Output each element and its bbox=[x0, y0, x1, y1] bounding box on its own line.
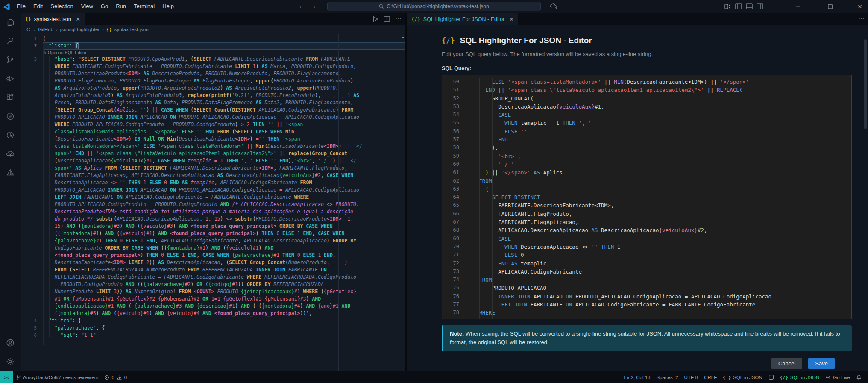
line-number bbox=[21, 136, 43, 143]
menu-edit[interactable]: Edit bbox=[29, 0, 47, 13]
more-actions-icon[interactable]: ⋯ bbox=[858, 17, 865, 21]
sql-code-line: 62 FROM bbox=[442, 177, 851, 185]
code-line: REFERENCIACRUZADA.CodigoFabricante = FAB… bbox=[21, 274, 405, 281]
extension-pyramid-icon[interactable] bbox=[0, 163, 21, 182]
menu-terminal[interactable]: Terminal bbox=[130, 0, 158, 13]
breadcrumb-file[interactable]: syntax-test.json bbox=[114, 27, 149, 32]
command-center-search[interactable]: C:\GitHub\jsonsql-highlighter\syntax-tes… bbox=[327, 2, 541, 11]
errors-icon bbox=[104, 375, 109, 380]
code-line: PRODUTO_APLICACAO.CodigoProduto = PRODUT… bbox=[21, 201, 405, 208]
run-file-icon[interactable] bbox=[372, 16, 378, 22]
breadcrumb-folder[interactable]: jsonsql-highlighter bbox=[60, 27, 100, 32]
line-number: 77 bbox=[442, 301, 466, 309]
line-number: 55 bbox=[442, 119, 466, 127]
vscode-logo-icon bbox=[0, 3, 13, 10]
sql-code-line: 75 PRODUTO_APLICACAO bbox=[442, 284, 851, 292]
breadcrumb[interactable]: C:› GitHub› jsonsql-highlighter› {} synt… bbox=[21, 25, 405, 34]
code-editor[interactable]: 1{2 "lista": {✎ Open in SQL Editor3 "bas… bbox=[21, 34, 405, 371]
line-number bbox=[21, 259, 43, 266]
notifications-bell-icon[interactable] bbox=[853, 371, 865, 383]
menu-go[interactable]: Go bbox=[97, 0, 112, 13]
menu-run[interactable]: Run bbox=[112, 0, 130, 13]
toggle-panel-icon[interactable] bbox=[746, 3, 753, 10]
line-number: 59 bbox=[442, 152, 466, 160]
extension-status-item[interactable]: {/} SQL in JSON bbox=[777, 371, 823, 383]
title-bar: File Edit Selection View Go Run Terminal… bbox=[0, 0, 868, 13]
menu-selection[interactable]: Selection bbox=[47, 0, 77, 13]
explorer-icon[interactable] bbox=[0, 13, 21, 32]
sql-code-line: 67 FABRICANTE.FlagAplicacao, bbox=[442, 218, 851, 226]
language-mode-item[interactable]: { } SQL in JSON bbox=[720, 371, 765, 383]
problems-item[interactable]: 0 0 bbox=[101, 371, 130, 383]
overview-ruler[interactable] bbox=[401, 34, 405, 371]
encoding-item[interactable]: UTF-8 bbox=[681, 371, 701, 383]
customize-layout-icon[interactable] bbox=[724, 3, 731, 10]
line-number bbox=[21, 288, 43, 295]
tab-sql-highlighter-editor[interactable]: {/} SQL Highlighter For JSON - Editor ✕ bbox=[407, 13, 519, 25]
maximize-button[interactable] bbox=[820, 0, 840, 13]
search-icon[interactable] bbox=[0, 32, 21, 50]
extension-timeline-icon[interactable] bbox=[0, 107, 21, 126]
feedback-item[interactable] bbox=[765, 371, 777, 383]
save-button[interactable]: Save bbox=[808, 358, 835, 369]
cloud-sync-icon[interactable] bbox=[550, 3, 557, 12]
webview-scrollbar[interactable] bbox=[864, 39, 867, 129]
menu-help[interactable]: Help bbox=[158, 0, 178, 13]
code-line: {codtipoaplicacao}#1 AND ( {palavrachave… bbox=[21, 303, 405, 310]
line-number bbox=[21, 143, 43, 150]
history-forward-icon[interactable]: → bbox=[307, 0, 320, 13]
line-number: 74 bbox=[442, 276, 466, 284]
code-line: 5 "palavrachave": { bbox=[21, 324, 405, 332]
close-window-button[interactable]: ✕ bbox=[850, 0, 868, 13]
settings-gear-icon[interactable] bbox=[0, 352, 21, 371]
more-actions-icon[interactable]: ⋯ bbox=[395, 17, 402, 21]
history-back-icon[interactable]: ← bbox=[295, 0, 308, 13]
line-number: 56 bbox=[442, 127, 466, 136]
source-control-icon[interactable] bbox=[0, 50, 21, 69]
line-number: 72 bbox=[442, 259, 466, 268]
menu-view[interactable]: View bbox=[77, 0, 97, 13]
git-branch-item[interactable]: Amoyblack/Col#7 needs reviewers bbox=[13, 371, 101, 383]
minimize-button[interactable]: ─ bbox=[788, 0, 808, 13]
breadcrumb-github[interactable]: GitHub bbox=[38, 27, 53, 32]
line-number bbox=[21, 274, 43, 281]
run-and-debug-icon[interactable] bbox=[0, 69, 21, 88]
extension-history-icon[interactable] bbox=[0, 126, 21, 144]
cancel-button[interactable]: Cancel bbox=[771, 358, 802, 369]
line-number bbox=[21, 303, 43, 310]
toggle-sidebar-icon[interactable] bbox=[735, 3, 742, 10]
cursor-position-item[interactable]: Ln 2, Col 13 bbox=[621, 371, 653, 383]
split-editor-icon[interactable] bbox=[384, 16, 390, 22]
go-live-item[interactable]: Go Live bbox=[822, 371, 853, 383]
tab-syntax-test-json[interactable]: {} syntax-test.json ✕ bbox=[21, 13, 85, 25]
indentation-item[interactable]: Spaces: 2 bbox=[653, 371, 681, 383]
sql-query-editor[interactable]: 50 ELSE '<span class=listaMontadora>' ||… bbox=[442, 75, 852, 319]
close-tab-icon[interactable]: ✕ bbox=[76, 16, 80, 22]
sql-code-line: 69 CASE bbox=[442, 235, 851, 243]
sql-code-line: 53 DescricaoAplicacao{veiculoAux}#1, bbox=[442, 103, 851, 111]
close-tab-icon[interactable]: ✕ bbox=[509, 16, 513, 22]
sql-code-line: 73 APLICACAO.CodigoFabricante bbox=[442, 268, 851, 276]
code-line: (DescricaoFabricante<IDM>) IS Null OR Mi… bbox=[21, 136, 405, 143]
line-number: 61 bbox=[442, 168, 466, 177]
extensions-icon[interactable] bbox=[0, 88, 21, 107]
note-text: When saving, the SQL will be converted t… bbox=[450, 330, 840, 345]
toggle-secondary-sidebar-icon[interactable] bbox=[757, 3, 763, 10]
remote-indicator[interactable]: >< bbox=[0, 371, 13, 383]
breadcrumb-drive[interactable]: C: bbox=[26, 27, 32, 32]
code-line: CodigoFabricante ORDER BY CASE WHEN (({m… bbox=[21, 245, 405, 252]
line-number: 76 bbox=[442, 292, 466, 301]
command-center-path: C:\GitHub\jsonsql-highlighter\syntax-tes… bbox=[387, 3, 489, 9]
extension-tree-icon[interactable] bbox=[0, 144, 21, 163]
sql-code-line: 57 END bbox=[442, 136, 851, 144]
sql-code-line: 70 WHEN DescricaoAplicacao <> '' THEN 1 bbox=[442, 243, 851, 251]
code-line: {palavrachave}#1 THEN 0 ELSE 1 END, APLI… bbox=[21, 237, 405, 245]
eol-item[interactable]: CRLF bbox=[701, 371, 720, 383]
code-line: DescricaoAplicacao <> '' THEN 1 ELSE 0 E… bbox=[21, 179, 405, 186]
line-number bbox=[21, 194, 43, 201]
menu-file[interactable]: File bbox=[13, 0, 29, 13]
sql-code-line: 79 PRODUTO_APLICACAO.CodigoProduto = PRO… bbox=[442, 317, 851, 319]
line-number: 63 bbox=[442, 185, 466, 193]
codelens-open-in-sql-editor[interactable]: ✎ Open in SQL Editor bbox=[21, 50, 405, 56]
accounts-icon[interactable] bbox=[0, 333, 21, 352]
